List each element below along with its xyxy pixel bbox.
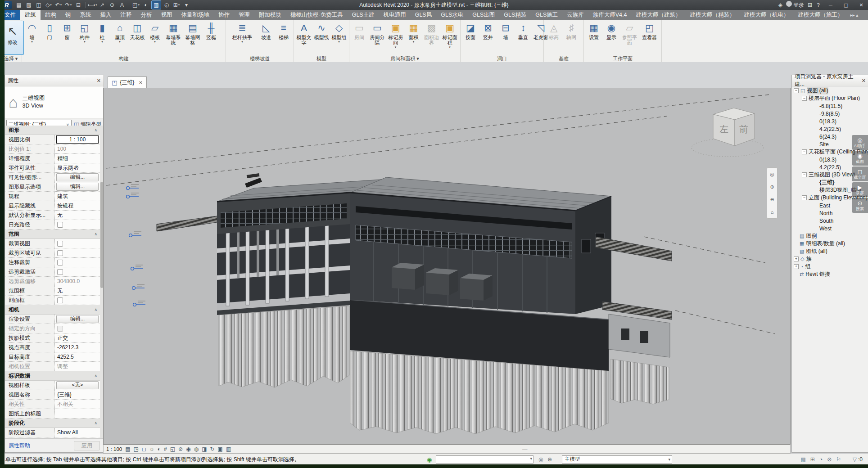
ribbon-tab[interactable]: 视图	[157, 10, 177, 20]
tree-expander-icon[interactable]: −	[802, 149, 807, 154]
tree-item[interactable]: South	[792, 217, 868, 225]
zoom-out-icon[interactable]: ⊖	[770, 197, 774, 202]
quick-access-icon[interactable]: ◇	[44, 1, 53, 9]
selection-toggle-icon[interactable]: ⊞	[810, 456, 815, 463]
tree-item[interactable]: ▤ 图例	[792, 232, 868, 240]
property-checkbox[interactable]	[57, 241, 63, 247]
ribbon-tab[interactable]: 协作	[214, 10, 234, 20]
ribbon-button[interactable]: ▩ 面积边界	[423, 21, 441, 49]
quick-access-icon[interactable]: ◐	[141, 1, 150, 9]
ribbon-tab[interactable]: 插入	[96, 10, 116, 20]
property-row[interactable]: 可见性/图形... 编辑... 编辑... 编辑...	[5, 173, 100, 182]
steering-wheel-icon[interactable]: ◎	[770, 171, 774, 177]
property-row[interactable]: 范围框 无 无 无	[5, 286, 100, 296]
ribbon-button[interactable]: ▤ 幕墙网格	[183, 21, 202, 49]
tree-expander-icon[interactable]	[814, 142, 818, 146]
ribbon-button[interactable]: ⌂ 屋顶 ▾	[111, 21, 128, 44]
ribbon-tab[interactable]: 分析	[136, 10, 157, 20]
modify-button[interactable]: ↖ 修改	[1, 21, 24, 55]
property-row[interactable]: 裁剪区域可见	[5, 248, 100, 258]
zoom-in-icon[interactable]: ⊕	[770, 184, 774, 190]
ribbon-button[interactable]: ∿ 模型线	[313, 21, 330, 44]
property-row[interactable]: 裁剪视图	[5, 239, 100, 248]
ribbon-tab[interactable]: 云族库	[562, 10, 588, 20]
quick-access-icon[interactable]: A	[118, 1, 127, 9]
tree-expander-icon[interactable]	[814, 119, 818, 123]
ribbon-tab[interactable]: 管理	[234, 10, 254, 20]
quick-access-icon[interactable]: ⊞	[172, 1, 181, 9]
ribbon-button[interactable]: ↕ 垂直	[515, 21, 532, 44]
property-row[interactable]: 日光路径	[5, 220, 100, 230]
quick-access-icon[interactable]: ◵	[162, 1, 171, 9]
property-row[interactable]: 目标高度 4252.5 4252.5 4252.5	[5, 352, 100, 362]
tree-expander-icon[interactable]	[814, 127, 818, 131]
ribbon-button[interactable]: ▮ 柱 ▾	[94, 21, 111, 44]
tree-expander-icon[interactable]	[814, 203, 818, 207]
property-row[interactable]: 远剪裁激活	[5, 267, 100, 277]
property-row[interactable]: 投影模式 正交 正交 正交	[5, 333, 100, 343]
ribbon-button[interactable]: ▭ 房间	[351, 21, 368, 44]
close-button[interactable]: ✕	[855, 0, 867, 9]
type-preview[interactable]: ⌂ 三维视图 3D View	[5, 86, 104, 118]
property-checkbox[interactable]	[57, 250, 63, 256]
view-tab-close-icon[interactable]: ✕	[139, 80, 142, 85]
quick-access-icon[interactable]: ⊟	[74, 1, 83, 9]
ribbon-tab[interactable]: 钢	[61, 10, 76, 20]
view-tab[interactable]: ◳ {三维} ✕	[108, 76, 147, 88]
view-control-icon[interactable]: ◉	[186, 445, 190, 453]
view-control-icon[interactable]: ◍	[194, 445, 199, 453]
ribbon-button[interactable]: ◪ 按面	[462, 21, 479, 44]
tree-expander-icon[interactable]	[814, 104, 818, 108]
tree-item[interactable]: ▦ 明细表/数量 (all)	[792, 240, 868, 248]
tree-item[interactable]: + ◔ 组	[792, 263, 868, 270]
quick-access-icon[interactable]: ▾	[182, 1, 191, 9]
quick-access-icon[interactable]	[85, 2, 86, 8]
property-row[interactable]: 默认分析显示... 无 无 无	[5, 211, 100, 220]
ribbon-tab[interactable]: 建模大师（机电）	[739, 10, 793, 20]
property-row[interactable]: 详细程度 精细 精细 精细	[5, 154, 100, 163]
ribbon-button[interactable]: ▣ 标记房间 ▾	[387, 21, 405, 49]
ribbon-button[interactable]: ◱ 构件 ▾	[76, 21, 93, 44]
selection-filter[interactable]: ▽ :0	[853, 456, 863, 463]
ribbon-button[interactable]: ▦ 面积 ▾	[405, 21, 422, 44]
selection-toggle-icon[interactable]: ◔	[819, 456, 823, 463]
ribbon-button[interactable]: ▭ 房间分隔	[368, 21, 386, 49]
view-control-icon[interactable]: ↻	[210, 445, 214, 453]
ribbon-button[interactable]: ▱ 参照平面	[620, 21, 639, 49]
selection-toggle-icon[interactable]: ▧	[801, 456, 806, 463]
tree-item[interactable]: West	[792, 225, 868, 232]
tree-item[interactable]: -9.8(8.5)	[792, 110, 868, 117]
quick-access-icon[interactable]: ▤	[14, 1, 23, 9]
ribbon-tab[interactable]: 结构	[41, 10, 61, 20]
properties-help-link[interactable]: 属性帮助	[9, 442, 30, 450]
drawing-area[interactable]: 左 前 ◎ ⊕ ⊖ ⌂	[103, 88, 791, 445]
apply-button[interactable]: 应用	[74, 441, 100, 450]
tree-item[interactable]: 0(18.3)	[792, 117, 868, 125]
property-row[interactable]: 剖面框	[5, 296, 100, 305]
property-row[interactable]: 渲染设置 编辑... 编辑... 编辑...	[5, 315, 100, 324]
group-label-room-area[interactable]: 房间和面积 ▾	[349, 55, 460, 62]
section-chevron-icon[interactable]: ∧	[94, 128, 97, 132]
tree-expander-icon[interactable]	[814, 165, 818, 169]
tree-expander-icon[interactable]: −	[802, 172, 807, 177]
tree-item[interactable]: ⇄ Revit 链接	[792, 270, 868, 278]
ribbon-tab[interactable]: 建模大师（精装）	[685, 10, 739, 20]
property-row[interactable]: 相机位置 调整 调整 调整	[5, 362, 100, 371]
section-chevron-icon[interactable]: ∧	[94, 307, 97, 312]
property-row[interactable]: 范围 ∧	[5, 230, 100, 239]
ribbon-button[interactable]: ╫ 竖梃	[203, 21, 220, 44]
view-control-icon[interactable]: ◳	[134, 445, 139, 453]
property-edit-button[interactable]: <无>	[56, 381, 99, 389]
ribbon-tab[interactable]: 建模大师（建筑）	[631, 10, 685, 20]
ribbon-tab[interactable]: 注释	[116, 10, 136, 20]
property-row[interactable]: 相关性 不相关 不相关 不相关	[5, 400, 100, 409]
view-control-icon[interactable]: ▤	[125, 445, 130, 453]
ribbon-button[interactable]: ⊞ 窗	[59, 21, 76, 44]
ribbon-button[interactable]: ▱ 楼板 ▾	[146, 21, 163, 44]
workset-combo[interactable]	[436, 455, 533, 464]
ribbon-button[interactable]: ≡ 楼梯	[275, 21, 292, 44]
tree-item[interactable]: + ◇ 族	[792, 255, 868, 263]
property-row[interactable]: 图形显示选项 编辑... 编辑... 编辑...	[5, 182, 100, 192]
property-checkbox[interactable]	[57, 260, 63, 266]
tree-expander-icon[interactable]: −	[802, 195, 807, 200]
